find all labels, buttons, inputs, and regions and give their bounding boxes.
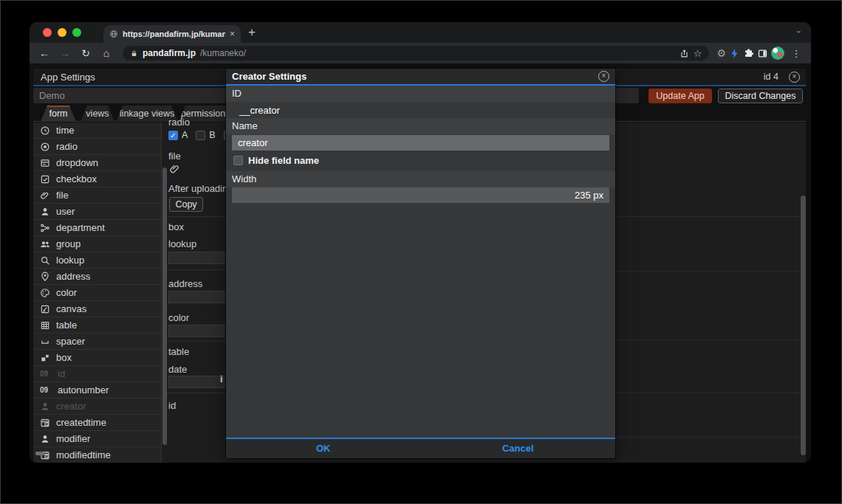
- field-label-address: address: [168, 278, 202, 289]
- sidebar-item-canvas[interactable]: canvas: [33, 301, 161, 317]
- sidebar-scrollbar[interactable]: [162, 168, 167, 445]
- sidebar-item-createdtime[interactable]: createdtime: [33, 415, 161, 431]
- cancel-button[interactable]: Cancel: [421, 439, 616, 458]
- side-panel-icon[interactable]: [757, 48, 768, 59]
- lookup-input[interactable]: [168, 252, 225, 264]
- back-icon[interactable]: ←: [35, 47, 53, 59]
- dialog-titlebar: Creator Settings ×: [226, 69, 615, 84]
- color-input[interactable]: [168, 325, 225, 337]
- row-divider: [615, 216, 802, 217]
- gear-extension-icon[interactable]: ⚙: [716, 47, 726, 59]
- creator-settings-dialog: Creator Settings × ID __creator Name cre…: [226, 69, 615, 458]
- sidebar-item-group[interactable]: group: [33, 236, 161, 252]
- palette-icon: [40, 288, 50, 298]
- window-controls: [43, 28, 81, 37]
- address-input[interactable]: [168, 291, 225, 303]
- sidebar-item-file[interactable]: file: [33, 187, 161, 204]
- checkbox-icon: [40, 174, 50, 184]
- sidebar-item-department[interactable]: department: [33, 220, 161, 236]
- checkbox-checked[interactable]: ✓: [168, 131, 178, 140]
- after-upload-text: After uploading: [168, 183, 233, 194]
- url-path: /kumaneko/: [200, 48, 246, 58]
- checkbox-unchecked[interactable]: [196, 131, 205, 140]
- extensions-puzzle-icon[interactable]: [743, 48, 754, 59]
- close-window-button[interactable]: [43, 28, 52, 37]
- sidebar-item-label: modifiedtime: [56, 449, 111, 460]
- tab-close-icon[interactable]: ×: [230, 30, 235, 38]
- sidebar-item-label: creator: [56, 401, 86, 412]
- browser-tab[interactable]: https://pandafirm.jp/kumaneko ×: [103, 25, 241, 43]
- sidebar-item-label: checkbox: [56, 173, 97, 184]
- date-input[interactable]: [168, 376, 225, 388]
- lightning-extension-icon[interactable]: [729, 48, 740, 59]
- digits-icon: 09: [40, 370, 52, 378]
- sidebar-item-dropdown[interactable]: dropdown: [33, 155, 161, 171]
- tab-search-chevron-icon[interactable]: ›: [795, 30, 804, 33]
- sidebar-item-label: modifier: [56, 433, 90, 444]
- field-label-box: box: [168, 221, 184, 232]
- app-close-icon[interactable]: ×: [789, 72, 800, 83]
- profile-avatar[interactable]: [771, 46, 784, 60]
- name-input[interactable]: creator: [232, 135, 609, 151]
- dialog-title: Creator Settings: [232, 71, 598, 82]
- share-icon[interactable]: [680, 49, 689, 58]
- width-input[interactable]: 235 px: [232, 187, 609, 203]
- sidebar-item-label: box: [56, 352, 72, 363]
- sidebar-item-lookup[interactable]: lookup: [33, 252, 161, 269]
- page-title: App Settings: [41, 72, 95, 83]
- discard-changes-button[interactable]: Discard Changes: [718, 89, 803, 103]
- sidebar-item-label: group: [56, 238, 81, 249]
- sidebar-item-address[interactable]: address: [33, 269, 161, 285]
- globe-icon: [109, 30, 118, 38]
- sidebar-item-radio[interactable]: radio: [33, 139, 161, 155]
- field-label-table: table: [168, 346, 189, 357]
- search-icon: [40, 255, 50, 266]
- sidebar-item-user[interactable]: user: [33, 204, 161, 220]
- canvas-scrollbar[interactable]: [801, 196, 806, 455]
- forward-icon[interactable]: →: [56, 47, 74, 59]
- copy-button[interactable]: Copy: [169, 197, 203, 212]
- browser-menu-icon[interactable]: ⋮: [787, 48, 805, 59]
- minimize-window-button[interactable]: [58, 28, 66, 37]
- browser-window: https://pandafirm.jp/kumaneko × + › ← → …: [30, 22, 811, 463]
- date-picker-icon-fragment: i: [220, 373, 223, 384]
- sidebar-item-modifiedtime[interactable]: modifiedtime: [33, 447, 161, 463]
- people-icon: [40, 239, 50, 249]
- sidebar-item-box[interactable]: box: [33, 350, 161, 366]
- sidebar-item-label: user: [56, 206, 75, 217]
- id-value: __creator: [239, 105, 280, 116]
- tab-views[interactable]: views: [81, 106, 114, 122]
- address-bar[interactable]: pandafirm.jp/kumaneko/ ☆: [123, 46, 709, 61]
- sidebar-item-checkbox[interactable]: checkbox: [33, 171, 161, 187]
- boxes-icon: [40, 353, 50, 363]
- width-label: Width: [226, 171, 615, 187]
- row-divider: [615, 271, 802, 272]
- ok-button[interactable]: OK: [226, 439, 421, 458]
- row-divider: [615, 437, 802, 438]
- home-icon[interactable]: ⌂: [97, 47, 115, 59]
- name-label: Name: [226, 118, 615, 134]
- new-tab-button[interactable]: +: [248, 25, 256, 40]
- update-app-button[interactable]: Update App: [648, 89, 712, 103]
- tab-form[interactable]: form: [41, 106, 76, 122]
- sidebar-item-table[interactable]: table: [33, 317, 161, 334]
- field-label-lookup: lookup: [168, 238, 196, 249]
- hide-field-name-checkbox[interactable]: [233, 156, 243, 165]
- sidebar-item-label: canvas: [56, 303, 86, 314]
- pencil-icon: [40, 304, 50, 314]
- bookmark-star-icon[interactable]: ☆: [694, 48, 702, 59]
- sidebar-item-time[interactable]: time: [33, 122, 161, 139]
- sidebar-horizontal-scrollbar[interactable]: [35, 452, 44, 455]
- sidebar-item-spacer[interactable]: spacer: [33, 334, 161, 350]
- dialog-close-icon[interactable]: ×: [598, 71, 609, 82]
- reload-icon[interactable]: ↻: [77, 47, 95, 59]
- person-icon: [40, 401, 50, 412]
- sidebar-item-label: department: [56, 222, 105, 233]
- row-divider: [615, 339, 802, 340]
- sidebar-item-modifier[interactable]: modifier: [33, 431, 161, 447]
- zoom-window-button[interactable]: [72, 28, 81, 37]
- sidebar-item-color[interactable]: color: [33, 285, 161, 301]
- sidebar-item-label: dropdown: [56, 157, 98, 168]
- radio-icon: [40, 142, 50, 152]
- sidebar-item-autonumber[interactable]: 09autonumber: [33, 382, 161, 398]
